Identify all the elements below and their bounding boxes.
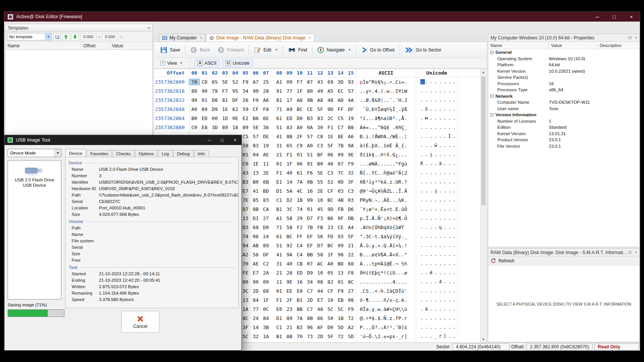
unicode-cell[interactable]: ........ (416, 79, 458, 84)
dialog-close-button[interactable]: × (229, 137, 241, 143)
hex-byte-cell[interactable]: 14 (284, 179, 295, 185)
hex-byte-cell[interactable]: 01 (274, 288, 284, 294)
hex-byte-cell[interactable]: 83 (261, 197, 271, 203)
hex-byte-cell[interactable]: C9 (295, 143, 305, 148)
hex-byte-cell[interactable]: AE (251, 261, 261, 267)
hex-byte-cell[interactable]: BB (295, 306, 305, 312)
hex-byte-cell[interactable]: 2F (295, 134, 305, 139)
hex-byte-cell[interactable]: 5F (325, 334, 335, 339)
hex-byte-cell[interactable]: AC (315, 261, 325, 267)
hex-byte-cell[interactable]: 11 (261, 161, 271, 167)
hex-byte-cell[interactable]: 09 (335, 243, 346, 248)
hex-byte-cell[interactable]: C7 (335, 125, 346, 130)
ascii-cell[interactable]: À...tp®Â1@Ë.¬ ½h (356, 261, 416, 267)
hex-byte-cell[interactable]: 06 (251, 234, 261, 239)
column-description[interactable]: Description (597, 42, 639, 49)
hex-byte-cell[interactable]: E2 (240, 115, 251, 121)
hex-byte-cell[interactable]: CD (199, 79, 210, 85)
hex-byte-cell[interactable]: BD (261, 188, 271, 194)
hex-byte-cell[interactable]: A1 (274, 215, 284, 221)
ascii-cell[interactable]: ..Ø.ß&ð¦..¨.¨H.J (356, 97, 416, 103)
hex-byte-cell[interactable]: CF (325, 288, 335, 294)
hex-byte-cell[interactable]: 98 (335, 252, 346, 257)
hex-byte-cell[interactable]: D9 (210, 106, 220, 112)
unicode-cell[interactable]: ...ŵ.... (416, 143, 458, 148)
hex-byte-cell[interactable]: 5A (284, 188, 295, 194)
hex-byte-cell[interactable]: F7 (295, 79, 305, 85)
view-menu-button[interactable]: View ▼ (157, 59, 186, 67)
hex-byte-cell[interactable]: 4B (335, 197, 346, 203)
properties-row[interactable]: EditionStandard (488, 124, 639, 131)
hex-byte-cell[interactable]: 2F (284, 297, 295, 303)
hex-byte-cell[interactable]: 8B (284, 134, 295, 139)
hex-byte-cell[interactable]: C3 (315, 143, 325, 148)
hex-byte-cell[interactable]: F9 (240, 79, 251, 85)
hex-byte-cell[interactable]: 1E (220, 106, 230, 112)
hex-byte-cell[interactable]: 92 (284, 243, 295, 248)
hex-byte-cell[interactable]: D1 (274, 315, 284, 321)
hex-byte-cell[interactable]: 29 (295, 215, 305, 221)
unicode-cell[interactable]: ........ (416, 252, 458, 257)
hex-byte-cell[interactable]: 1E (325, 134, 335, 139)
tab-close-icon[interactable]: × (200, 36, 202, 40)
hex-byte-cell[interactable]: 3F (346, 179, 356, 185)
hex-byte-cell[interactable]: D0 (295, 115, 305, 121)
hex-byte-cell[interactable]: 5C (335, 306, 346, 312)
hex-byte-cell[interactable]: 43 (315, 79, 325, 85)
hex-byte-cell[interactable]: 1D (220, 115, 230, 121)
hex-byte-cell[interactable]: 7E (240, 197, 251, 203)
hex-byte-cell[interactable]: C7 (305, 306, 315, 312)
hex-byte-cell[interactable]: 34 (240, 88, 251, 94)
ascii-cell[interactable]: Àè=...^6Q£ .0ñÇ¸ (356, 125, 416, 130)
hex-byte-cell[interactable]: 13 (240, 215, 251, 221)
hex-byte-cell[interactable]: 04 (251, 152, 261, 158)
hex-byte-cell[interactable]: 91 (305, 161, 315, 167)
hex-byte-cell[interactable]: B6 (251, 115, 261, 121)
hex-byte-cell[interactable]: FD (325, 234, 335, 239)
hex-byte-cell[interactable]: F8 (261, 106, 271, 112)
hex-byte-cell[interactable]: 24 (251, 315, 261, 321)
hex-byte-cell[interactable]: 30 (315, 125, 325, 130)
hex-byte-cell[interactable]: CF (251, 106, 261, 112)
unicode-cell[interactable]: ........ (416, 215, 458, 221)
hex-byte-cell[interactable]: 70 (295, 334, 305, 339)
template-select[interactable]: No template ▼ (7, 33, 52, 41)
hex-byte-cell[interactable]: F1 (284, 152, 295, 158)
hex-byte-cell[interactable]: BD (335, 261, 346, 267)
properties-row[interactable]: Network (488, 93, 639, 100)
hex-byte-cell[interactable]: 58 (315, 252, 325, 257)
hex-byte-cell[interactable]: 9D (325, 106, 335, 112)
hex-byte-cell[interactable]: 91 (274, 88, 284, 94)
hex-byte-cell[interactable]: A3 (284, 125, 295, 130)
hex-byte-cell[interactable]: 13 (335, 270, 346, 276)
hex-byte-cell[interactable]: 46 (325, 161, 335, 167)
hex-byte-cell[interactable]: 85 (251, 197, 261, 203)
goto-offset-button[interactable]: Go to Offset (357, 45, 398, 55)
hex-byte-cell[interactable]: A8 (295, 97, 305, 103)
hex-byte-cell[interactable]: 68 (251, 225, 261, 230)
hex-byte-cell[interactable]: 1F (295, 88, 305, 94)
move-down-button[interactable] (71, 33, 79, 41)
hex-byte-cell[interactable]: 41 (251, 188, 261, 194)
tree-collapse-icon[interactable] (490, 51, 494, 54)
hex-byte-cell[interactable]: 83 (251, 143, 261, 148)
hex-byte-cell[interactable]: C2 (261, 261, 271, 267)
properties-row[interactable]: Processor Typex86_64 (488, 87, 639, 93)
properties-row[interactable]: File Version23.0.1 (488, 143, 639, 150)
hex-byte-cell[interactable]: 50 (325, 315, 335, 321)
goto-sector-button[interactable]: Go to Sector (401, 45, 445, 55)
hex-byte-cell[interactable]: 2E (261, 170, 271, 176)
unicode-cell[interactable]: ...ȝ.... (416, 188, 458, 193)
hex-byte-cell[interactable]: D3 (240, 225, 251, 230)
hex-byte-cell[interactable]: E7 (315, 297, 325, 303)
panel-close-icon[interactable]: × (635, 250, 637, 255)
hex-byte-cell[interactable]: 77 (251, 306, 261, 312)
hex-byte-cell[interactable]: 60 (199, 106, 210, 112)
hex-byte-cell[interactable]: F1 (274, 297, 284, 303)
hex-byte-cell[interactable]: 05 (325, 270, 335, 276)
ascii-cell[interactable]: 'ú~Ô.\2.±«ps-_r] (356, 334, 416, 339)
hex-byte-cell[interactable]: 51 (274, 125, 284, 130)
hex-byte-cell[interactable]: A6 (346, 134, 356, 139)
hex-byte-cell[interactable]: C3 (346, 188, 356, 194)
hex-byte-cell[interactable]: 89 (261, 243, 271, 248)
